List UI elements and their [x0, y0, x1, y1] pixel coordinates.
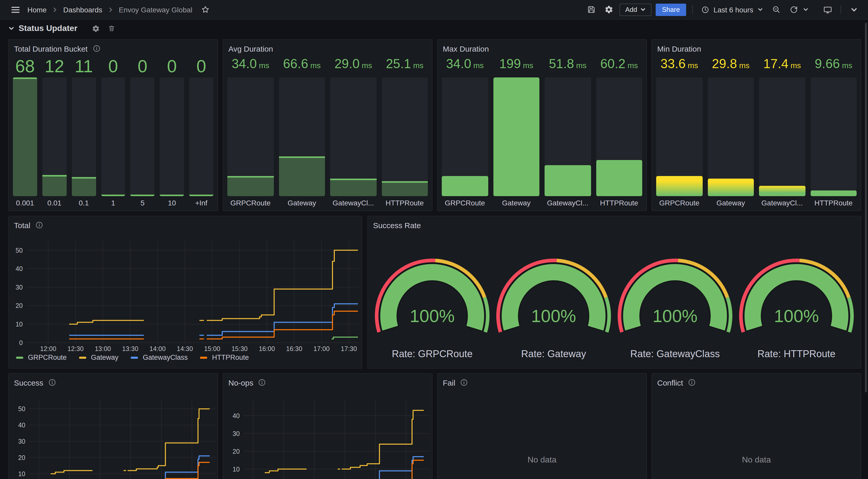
bar-fill	[101, 195, 125, 196]
bar-value-number: 29.8	[712, 56, 737, 71]
refresh-interval-caret-icon[interactable]	[801, 3, 810, 16]
gauge-rate-gatewayclass: 100%Rate: GatewayClass	[618, 259, 733, 359]
bar-label: 5	[130, 199, 155, 209]
gauge-chart[interactable]: 100%Rate: GRPCRoute100%Rate: Gateway100%…	[368, 216, 861, 368]
series-Gateway	[342, 410, 424, 469]
row-collapse-icon[interactable]	[8, 25, 14, 32]
y-axis-label: 50	[16, 247, 23, 254]
bar-value-number: 51.8	[549, 56, 574, 71]
y-axis-label: 50	[18, 405, 25, 412]
panel-title: Avg Duration	[228, 44, 273, 53]
bar-track	[160, 77, 184, 196]
bar-label: GRPCRoute	[656, 199, 703, 209]
dashboard-settings-icon[interactable]	[602, 3, 615, 16]
clock-icon	[701, 5, 709, 14]
bar-label: 0.001	[13, 199, 37, 209]
star-icon[interactable]	[199, 3, 212, 16]
legend-label: GRPCRoute	[28, 353, 67, 361]
gauge-rate-gateway: 100%Rate: Gateway	[496, 259, 611, 359]
bar-gauge-column: 9.66msHTTPRoute	[810, 54, 857, 209]
share-button[interactable]: Share	[656, 3, 686, 16]
bar-fill	[42, 175, 67, 196]
row-settings-icon[interactable]	[92, 25, 100, 32]
time-range-picker[interactable]: Last 6 hours	[699, 5, 765, 14]
y-axis-label: 40	[232, 412, 240, 419]
bar-value-number: 0	[167, 56, 177, 76]
panel-header[interactable]: Min Duration	[657, 43, 701, 54]
bar-fill	[227, 176, 274, 196]
bar-track	[810, 77, 857, 196]
x-axis-label: 13:30	[122, 345, 138, 352]
breadcrumb-home[interactable]: Home	[27, 5, 47, 14]
bar-value-number: 17.4	[764, 56, 788, 71]
panel-title: Conflict	[657, 378, 683, 387]
info-icon[interactable]	[688, 379, 695, 386]
timeseries-chart[interactable]: 1020304012:0013:0014:0015:0016:0017:00	[223, 374, 432, 479]
bar-gauge: 34.0msGRPCRoute199msGateway51.8msGateway…	[442, 54, 642, 209]
info-icon[interactable]	[460, 379, 468, 386]
bar-track	[545, 77, 591, 196]
info-icon[interactable]	[93, 45, 100, 52]
legend-item-GRPCRoute[interactable]: GRPCRoute	[16, 353, 67, 361]
panel-header[interactable]: Fail	[443, 377, 468, 388]
page-scrollbar[interactable]	[865, 23, 867, 392]
panel-title: Max Duration	[443, 44, 489, 53]
bar-value-number: 34.0	[446, 56, 471, 71]
row-title[interactable]: Status Updater	[19, 24, 78, 33]
legend-item-GatewayClass[interactable]: GatewayClass	[131, 353, 188, 361]
panel-header[interactable]: Max Duration	[443, 43, 489, 54]
legend-swatch	[79, 356, 86, 358]
timeseries-chart[interactable]: 0102030405012:0012:3013:0013:3014:0014:3…	[9, 216, 362, 368]
bar-track	[71, 77, 96, 196]
legend-item-Gateway[interactable]: Gateway	[79, 353, 119, 361]
bar-value: 0	[160, 54, 184, 77]
bar-value-number: 9.66	[815, 56, 840, 71]
bar-label: +Inf	[189, 199, 213, 209]
bar-value: 9.66ms	[810, 54, 857, 77]
bar-track	[130, 77, 155, 196]
bar-label: 10	[160, 199, 184, 209]
bar-value-unit: ms	[310, 61, 320, 70]
timeseries-chart[interactable]: 0102030405012:0013:0014:0015:0016:0017:0…	[9, 374, 218, 479]
save-dashboard-icon[interactable]	[584, 3, 598, 16]
bar-track	[330, 77, 376, 196]
bar-gauge-column: 60.2msHTTPRoute	[596, 54, 642, 209]
bar-gauge-column: 66.6msGateway	[279, 54, 325, 209]
menu-icon[interactable]	[9, 3, 22, 16]
row-delete-icon[interactable]	[108, 25, 115, 32]
panel-header[interactable]: Total Duration Bucket	[14, 43, 100, 54]
bar-value: 34.0ms	[442, 54, 488, 77]
panel-title: Total Duration Bucket	[14, 44, 88, 53]
bar-value: 51.8ms	[545, 54, 591, 77]
bar-value-unit: ms	[627, 61, 638, 70]
bar-value: 34.0ms	[227, 54, 274, 77]
tv-mode-icon[interactable]	[821, 3, 834, 16]
refresh-icon[interactable]	[787, 3, 800, 16]
add-button[interactable]: Add	[619, 3, 652, 16]
bar-track	[189, 77, 213, 196]
bar-label: GatewayCl...	[759, 199, 805, 209]
collapse-toolbar-icon[interactable]	[847, 3, 861, 16]
y-axis-label: 20	[232, 448, 240, 455]
bar-value-number: 29.0	[335, 56, 360, 71]
zoom-out-icon[interactable]	[769, 3, 783, 16]
grafana-dashboard: Home Dashboards Envoy Gateway Global	[0, 0, 868, 479]
bar-track	[493, 77, 539, 196]
panel-header[interactable]: Avg Duration	[228, 43, 273, 54]
bar-value-number: 0	[138, 56, 148, 76]
bar-value: 60.2ms	[596, 54, 642, 77]
breadcrumb-current: Envoy Gateway Global	[119, 5, 192, 14]
gauge-label: Rate: Gateway	[521, 348, 586, 359]
panel-header[interactable]: Conflict	[657, 377, 695, 388]
chart-legend: GRPCRouteGatewayGatewayClassHTTPRoute	[16, 353, 249, 361]
legend-swatch	[200, 356, 208, 358]
y-axis-label: 10	[18, 470, 25, 477]
gauge-rate-httproute: 100%Rate: HTTPRoute	[739, 259, 854, 359]
breadcrumb-dashboards[interactable]: Dashboards	[63, 5, 102, 14]
bar-value: 0	[130, 54, 155, 77]
bar-gauge-column: 199msGateway	[493, 54, 539, 209]
legend-item-HTTPRoute[interactable]: HTTPRoute	[200, 353, 249, 361]
bar-value-number: 25.1	[386, 56, 411, 71]
gauge-label: Rate: HTTPRoute	[757, 348, 835, 359]
series-GRPCRoute	[332, 337, 358, 339]
